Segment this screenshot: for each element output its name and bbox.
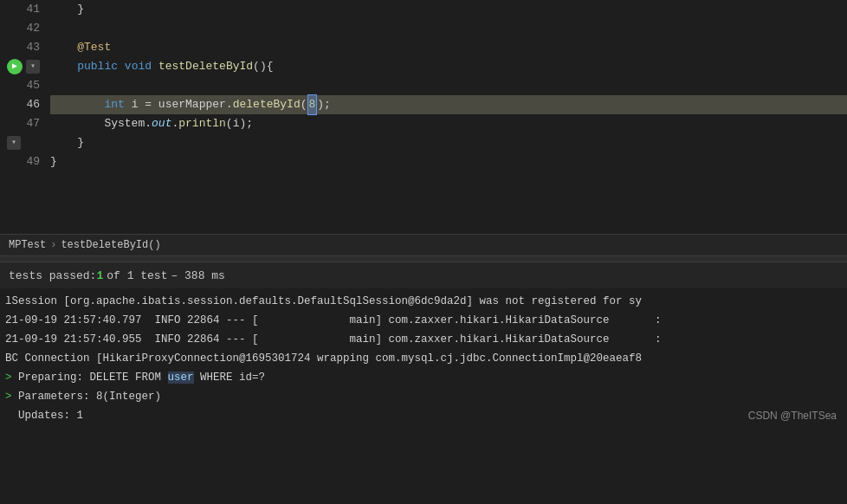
code-content: } @Test public void testDeleteById(){ in… [47,0,847,234]
code-line-46: int i = userMapper.deleteById(8); [50,95,847,114]
console-line-4: > Preparing: DELETE FROM user WHERE id=? [5,368,842,387]
line-numbers: 41 42 43 ▶ ▾ 45 46 47 ▾ 49 [0,0,47,234]
console-line-1: 21-09-19 21:57:40.797 INFO 22864 --- [ m… [5,311,842,330]
collapse-icon[interactable]: ▾ [26,60,40,74]
line-num-46: 46 [7,95,40,114]
breadcrumb: MPTest › testDeleteById() [0,234,847,255]
breadcrumb-part2: testDeleteById() [61,239,160,251]
user-token: user [168,372,194,384]
code-line-48: } [50,133,847,152]
editor-area: 41 42 43 ▶ ▾ 45 46 47 ▾ 49 } [0,0,847,255]
code-line-49: } [50,152,847,171]
console-line-6: Updates: 1 [5,406,842,425]
line-num-42: 42 [7,19,40,38]
line-num-49: 49 [7,152,40,171]
code-container: 41 42 43 ▶ ▾ 45 46 47 ▾ 49 } [0,0,847,234]
console-line-3: BC Connection [HikariProxyConnection@169… [5,349,842,368]
code-line-45 [50,76,847,95]
console-line-2: 21-09-19 21:57:40.955 INFO 22864 --- [ m… [5,330,842,349]
line-num-48: ▾ [7,133,40,152]
test-time: – 388 ms [171,269,224,282]
console-line-0: lSession [org.apache.ibatis.session.defa… [5,292,842,311]
test-status-label: tests passed: [9,269,96,282]
console-area: tests passed: 1 of 1 test – 388 ms lSess… [0,262,847,429]
code-line-43: @Test [50,38,847,57]
code-line-42 [50,19,847,38]
test-status-bar: tests passed: 1 of 1 test – 388 ms [0,262,847,288]
code-line-41: } [50,0,847,19]
line-num-41: 41 [7,0,40,19]
code-line-44: public void testDeleteById(){ [50,57,847,76]
breadcrumb-part1: MPTest [9,239,46,251]
line-num-45: 45 [7,76,40,95]
collapse-icon-48[interactable]: ▾ [7,136,21,150]
test-total: of 1 test [107,269,167,282]
test-count: 1 [96,269,103,282]
param-highlight: 8 [307,94,318,115]
code-line-47: System.out.println(i); [50,114,847,133]
console-line-5: > Parameters: 8(Integer) [5,387,842,406]
branding: CSDN @TheITSea [748,410,837,422]
console-output: lSession [org.apache.ibatis.session.defa… [0,288,847,429]
breadcrumb-sep: › [50,239,56,251]
panel-divider [0,255,847,262]
line-num-44: ▶ ▾ [7,57,40,76]
run-icon[interactable]: ▶ [7,59,23,74]
line-num-47: 47 [7,114,40,133]
line-num-43: 43 [7,38,40,57]
